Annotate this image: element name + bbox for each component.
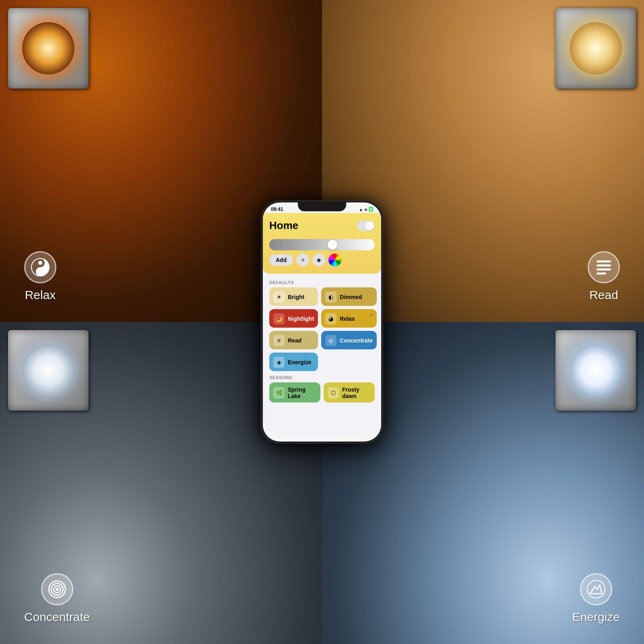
scene-card-dimmed[interactable]: ◐ Dimmed [321,287,377,306]
energize-scene-name: Energize [288,359,311,365]
scene-card-read[interactable]: ≡ Read [269,331,318,349]
relax-icon [24,251,56,283]
energize-scene-icon: ◈ [273,357,285,368]
brightness-thumb [328,240,337,250]
fixture-concentrate [8,330,89,411]
dimmed-name: Dimmed [340,294,362,300]
springlake-name: Spring Lake [288,386,316,399]
nightlight-name: Nightlight [288,316,314,322]
svg-point-3 [587,580,605,598]
bright-icon: ☀ [273,291,285,303]
relax-scene-name: Relax [340,316,355,322]
scene-card-concentrate[interactable]: ◎ Concentrate [321,331,377,349]
status-time: 09:41 [271,206,283,212]
add-button[interactable]: Add [269,254,293,266]
nightlight-icon: 🌙 [273,313,285,324]
seasons-grid: 🌿 Spring Lake ⬡ Frosty dawn [269,382,375,402]
mode-label-energize: Energize [572,573,620,624]
concentrate-scene-name: Concentrate [340,337,373,344]
read-scene-name: Read [288,337,301,344]
relax-scene-icon: ◕ [325,313,336,324]
seasons-section-label: SEASONS [269,375,375,380]
svg-point-1 [38,261,42,265]
scene-card-nightlight[interactable]: 🌙 Nightlight [269,309,318,328]
concentrate-scene-icon: ◎ [325,335,336,346]
wifi-icon: ⌾ [365,207,367,212]
mode-label-concentrate: Concentrate [24,573,90,624]
scene-card-bright[interactable]: ☀ Bright [269,287,318,306]
springlake-icon: 🌿 [273,387,285,398]
phone-notch [298,202,346,211]
color-button[interactable] [328,254,341,266]
list-view-button[interactable]: ≡ [296,254,309,266]
signal-icon: ▲ [359,207,363,212]
status-icons: ▲ ⌾ ■ [359,207,373,212]
phone-screen: 09:41 ▲ ⌾ ■ Home [263,202,381,442]
read-label: Read [589,288,618,302]
energize-icon [580,573,612,605]
fixture-relax [8,8,89,89]
frostydawn-name: Frosty dawn [342,386,371,399]
relax-edit-btn[interactable]: ✏ [369,312,374,318]
mode-label-relax: Relax [24,251,56,302]
concentrate-label: Concentrate [24,610,90,624]
page-wrapper: Relax Read [0,0,644,644]
defaults-section-label: DEFAULTS [269,280,375,285]
dimmed-icon: ◐ [325,291,336,303]
scene-card-frostydawn[interactable]: ⬡ Frosty dawn [324,382,375,402]
read-icon [588,251,620,283]
energize-label: Energize [572,610,620,624]
scene-card-energize[interactable]: ◈ Energize [269,353,318,371]
app-title: Home [269,219,298,232]
fixture-energize [555,330,636,411]
brightness-slider[interactable] [269,239,375,250]
scene-card-springlake[interactable]: 🌿 Spring Lake [269,382,320,402]
globe-button[interactable]: ◉ [312,254,325,266]
svg-point-2 [38,270,42,274]
app-header: Home [269,216,375,236]
relax-label: Relax [25,288,56,302]
read-scene-icon: ≡ [273,335,285,346]
app-buttons: Add ≡ ◉ [269,254,375,266]
scene-grid: ☀ Bright ◐ Dimmed 🌙 Nightligh [269,287,375,371]
app-content: Home Add ≡ [263,213,381,438]
scene-card-relax[interactable]: ◕ Relax ✏ [321,309,377,328]
concentrate-icon [41,573,73,605]
battery-icon: ■ [369,207,373,212]
bright-name: Bright [288,294,304,300]
phone-body: 09:41 ▲ ⌾ ■ Home [262,201,382,443]
mode-label-read: Read [588,251,620,302]
frostydawn-icon: ⬡ [328,387,339,398]
phone-overlay: 09:41 ▲ ⌾ ■ Home [262,201,382,443]
fixture-read [555,8,636,89]
